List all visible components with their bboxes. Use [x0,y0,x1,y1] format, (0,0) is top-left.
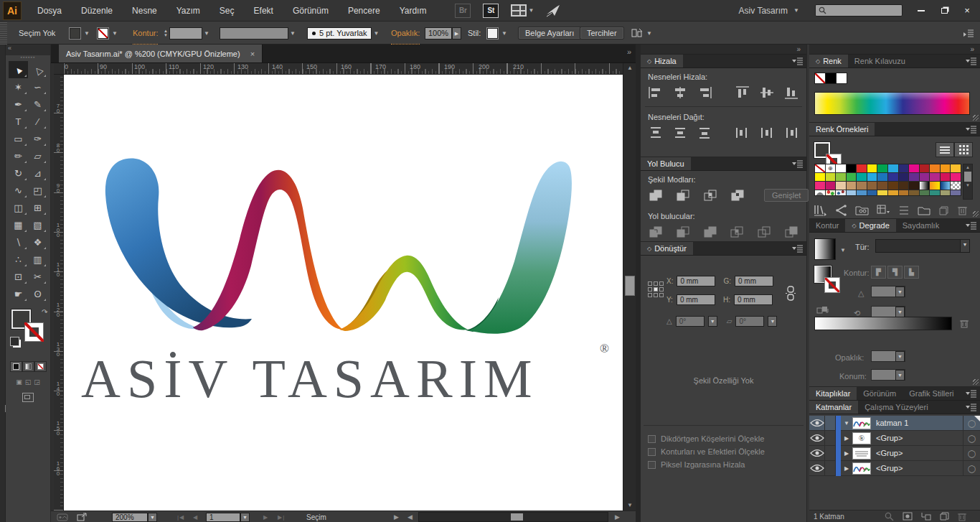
color-swatch[interactable] [836,173,846,181]
color-swatch[interactable] [888,190,898,195]
next-artboard-button[interactable]: ▶ [263,512,268,522]
new-sublayer-icon[interactable] [921,512,931,521]
chevron-right-icon[interactable]: ▶ [841,435,852,442]
layer-row[interactable]: ▶<Grup>◯ [809,461,980,476]
color-swatch[interactable] [815,190,825,195]
search-input[interactable] [815,4,903,17]
new-group-icon[interactable] [918,205,930,216]
menu-yardım[interactable]: Yardım [400,6,427,16]
resize-handle[interactable] [973,211,979,217]
chevron-right-icon[interactable]: ▶ [841,465,852,472]
lock-column[interactable] [825,431,836,446]
symbol-sprayer-tool[interactable]: ∴ [9,251,28,268]
tab-donustur[interactable]: ◇ Dönüştür [641,242,693,255]
checkbox[interactable] [648,448,656,456]
tab-overflow-icon[interactable]: » [627,47,631,56]
artboard-canvas[interactable]: ASİV TASARIM ® [64,75,623,511]
none-swatch[interactable] [814,73,826,84]
color-swatch[interactable] [826,190,836,195]
panel-menu-icon[interactable] [966,57,976,65]
color-swatch[interactable] [951,164,961,172]
menu-pencere[interactable]: Pencere [348,6,380,16]
pf-merge-button[interactable] [701,224,720,240]
shape-builder-tool[interactable]: ◫ [9,199,28,216]
library-search-icon[interactable] [855,204,869,216]
color-swatch[interactable] [909,190,919,195]
color-swatch[interactable] [920,182,930,190]
target-circle-icon[interactable]: ◯ [963,446,980,461]
reverse-gradient-icon[interactable] [816,306,829,314]
menu-efekt[interactable]: Efekt [254,6,273,16]
pf-outline-button[interactable] [755,224,773,240]
scale-tool[interactable]: ⊿ [28,164,47,182]
share-icon[interactable] [77,512,88,522]
color-swatch[interactable] [941,164,951,172]
tab-renk-ornekleri[interactable]: Renk Örnekleri [809,123,875,136]
color-swatch[interactable] [857,164,867,172]
tab-katmanlar[interactable]: Katmanlar [809,401,858,414]
color-swatch[interactable] [877,182,887,190]
shaper-tool[interactable]: ▱ [28,147,47,164]
tab-grafik-stilleri[interactable]: Grafik Stilleri [903,387,960,400]
variable-width-profile[interactable]: 5 pt. Yuvarlak [307,27,372,39]
direct-selection-tool[interactable]: △ [28,61,47,78]
color-themes-icon[interactable] [835,205,847,216]
gpu-performance-icon[interactable] [546,4,560,17]
dist-vtop-button[interactable] [646,125,664,141]
tab-renk-kılavuzu[interactable]: Renk Kılavuzu [848,55,912,67]
scroll-up-icon[interactable]: ▲ [623,63,636,73]
paintbrush-tool[interactable]: ✑ [28,130,47,147]
perspective-grid-tool[interactable]: ⊞ [28,199,47,216]
dock-collapse-icon[interactable]: » [809,45,980,55]
color-mode-button[interactable] [10,361,22,372]
slice-tool[interactable]: ✂ [28,268,47,285]
color-swatch[interactable] [920,173,930,181]
tab-kontur[interactable]: Kontur [809,219,845,232]
stroke-weight-field[interactable] [169,27,202,39]
color-swatch[interactable] [836,182,846,190]
pf-minus-back-button[interactable] [782,224,801,240]
tab-hizala[interactable]: ◇ Hizala [641,55,683,67]
free-transform-tool[interactable]: ◰ [28,182,47,199]
layer-thumbnail[interactable] [852,417,871,429]
document-setup-button[interactable]: Belge Ayarları [518,27,581,39]
swatch-kind-icon[interactable] [877,205,890,215]
workspace-switcher[interactable]: Asiv Tasarım ▼ [739,6,799,16]
opacity-field[interactable]: 100% [425,27,452,39]
horizontal-ruler[interactable]: 090100110120130140150160170180190200210 [64,63,623,75]
layer-name[interactable]: katman 1 [871,419,963,427]
align-glyphs-icon[interactable] [631,28,643,38]
ruler-origin-corner[interactable] [54,63,64,75]
color-swatch[interactable] [930,173,940,181]
bridge-icon[interactable]: Br [455,4,471,18]
fill-color-swatch[interactable] [69,27,81,39]
vertical-scroll-thumb[interactable] [625,276,635,296]
color-swatch[interactable] [857,182,867,190]
swatch-libraries-icon[interactable] [814,204,827,216]
color-swatch[interactable] [920,164,930,172]
restore-button[interactable] [933,2,956,19]
color-swatch[interactable] [867,173,877,181]
stroke-swatch[interactable] [24,322,44,342]
prev-artboard-button[interactable]: ◀ [193,512,198,522]
color-swatch[interactable] [826,173,836,181]
color-swatch[interactable] [951,173,961,181]
gradient-mode-button[interactable] [22,361,34,372]
color-swatch[interactable] [899,182,909,190]
default-fill-stroke-icon[interactable] [10,337,19,346]
chevron-down-icon[interactable]: ▼ [84,30,90,37]
black-swatch[interactable] [825,73,837,84]
preferences-button[interactable]: Tercihler [580,27,624,39]
visibility-eye-icon[interactable] [809,416,825,431]
panel-menu-icon[interactable] [792,245,803,253]
color-swatch[interactable] [877,164,887,172]
aspect-ratio-dropdown[interactable]: ▼ [871,306,905,317]
align-left-button[interactable] [646,85,664,101]
opacity-label[interactable]: Opaklık: [391,22,420,45]
pf-crop-button[interactable] [727,224,746,240]
swatch-options-icon[interactable] [898,205,910,215]
width-field[interactable]: 0 mm [735,276,773,286]
chevron-down-icon[interactable]: ▼ [840,247,846,253]
stock-icon[interactable]: St [483,4,499,18]
minimize-button[interactable] [910,2,933,19]
